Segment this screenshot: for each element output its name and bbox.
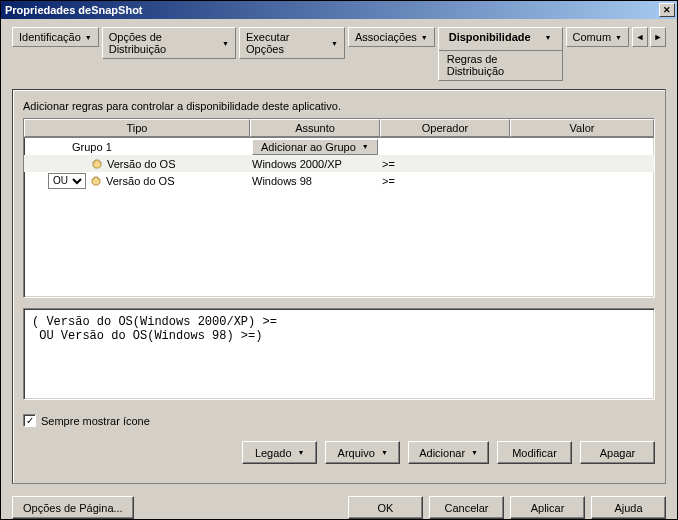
- checkbox-label: Sempre mostrar ícone: [41, 415, 150, 427]
- tab-associacoes[interactable]: Associações▼: [348, 27, 435, 47]
- legado-button[interactable]: Legado▼: [242, 441, 317, 464]
- tabs-scroll-left[interactable]: ◄: [632, 27, 648, 47]
- cancel-button[interactable]: Cancelar: [429, 496, 504, 519]
- ok-button[interactable]: OK: [348, 496, 423, 519]
- table-header: Tipo Assunto Operador Valor: [24, 119, 654, 138]
- chevron-down-icon: ▼: [471, 449, 478, 456]
- tabs-bar: Identificação▼ Opções de Distribuição▼ E…: [12, 27, 666, 81]
- col-assunto[interactable]: Assunto: [250, 119, 380, 137]
- tab-executar-opcoes[interactable]: Executar Opções▼: [239, 27, 345, 59]
- always-show-icon-row: ✓ Sempre mostrar ícone: [23, 414, 655, 427]
- always-show-icon-checkbox[interactable]: ✓: [23, 414, 36, 427]
- triangle-left-icon: ◄: [636, 32, 645, 42]
- chevron-down-icon: ▼: [85, 34, 92, 41]
- content-area: Identificação▼ Opções de Distribuição▼ E…: [1, 19, 677, 490]
- adicionar-button[interactable]: Adicionar▼: [408, 441, 489, 464]
- chevron-down-icon: ▼: [545, 34, 552, 41]
- expression-preview[interactable]: ( Versão do OS(Windows 2000/XP) >= OU Ve…: [23, 308, 655, 400]
- group-label: Grupo 1: [72, 141, 112, 153]
- table-row[interactable]: Grupo 1 Adicionar ao Grupo▼: [24, 138, 654, 155]
- table-row[interactable]: Versão do OS Windows 2000/XP >=: [24, 155, 654, 172]
- rules-panel: Adicionar regras para controlar a dispon…: [12, 89, 666, 484]
- close-button[interactable]: ✕: [659, 3, 675, 17]
- col-operador[interactable]: Operador: [380, 119, 510, 137]
- chevron-down-icon: ▼: [298, 449, 305, 456]
- apply-button[interactable]: Aplicar: [510, 496, 585, 519]
- add-to-group-button[interactable]: Adicionar ao Grupo▼: [252, 139, 378, 155]
- chevron-down-icon: ▼: [222, 40, 229, 47]
- panel-description: Adicionar regras para controlar a dispon…: [23, 100, 655, 112]
- rules-table: Tipo Assunto Operador Valor Grupo 1 Adic…: [23, 118, 655, 298]
- chevron-down-icon: ▼: [381, 449, 388, 456]
- triangle-right-icon: ►: [654, 32, 663, 42]
- tab-disponibilidade-sub: Regras de Distribuição: [439, 50, 562, 80]
- panel-buttons: Legado▼ Arquivo▼ Adicionar▼ Modificar Ap…: [23, 441, 655, 464]
- rule-icon: [90, 157, 104, 171]
- arquivo-button[interactable]: Arquivo▼: [325, 441, 400, 464]
- tab-comum[interactable]: Comum▼: [566, 27, 629, 47]
- page-options-button[interactable]: Opções de Página...: [12, 496, 134, 519]
- col-valor[interactable]: Valor: [510, 119, 654, 137]
- tab-opcoes-distribuicao[interactable]: Opções de Distribuição▼: [102, 27, 236, 59]
- tabs-scroll-right[interactable]: ►: [650, 27, 666, 47]
- titlebar: Propriedades deSnapShot ✕: [1, 1, 677, 19]
- chevron-down-icon: ▼: [421, 34, 428, 41]
- check-icon: ✓: [26, 415, 34, 426]
- help-button[interactable]: Ajuda: [591, 496, 666, 519]
- properties-window: Propriedades deSnapShot ✕ Identificação▼…: [0, 0, 678, 520]
- table-row[interactable]: OU Versão do OS Windows 98 >=: [24, 172, 654, 189]
- tab-identificacao[interactable]: Identificação▼: [12, 27, 99, 47]
- window-title: Propriedades deSnapShot: [3, 4, 659, 16]
- rule-icon: [89, 174, 103, 188]
- chevron-down-icon: ▼: [331, 40, 338, 47]
- tab-disponibilidade[interactable]: Disponibilidade▼ Regras de Distribuição: [438, 27, 563, 81]
- chevron-down-icon: ▼: [615, 34, 622, 41]
- apagar-button[interactable]: Apagar: [580, 441, 655, 464]
- col-tipo[interactable]: Tipo: [24, 119, 250, 137]
- dialog-footer: Opções de Página... OK Cancelar Aplicar …: [1, 490, 677, 520]
- close-icon: ✕: [663, 5, 671, 15]
- logic-operator-select[interactable]: OU: [48, 173, 86, 189]
- chevron-down-icon: ▼: [362, 143, 369, 150]
- modificar-button[interactable]: Modificar: [497, 441, 572, 464]
